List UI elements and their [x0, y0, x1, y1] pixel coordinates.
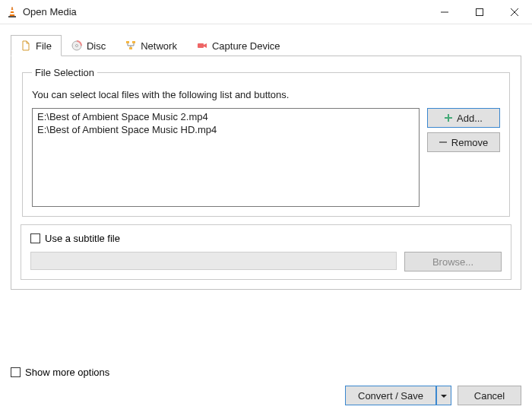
file-selection-hint: You can select local files with the foll… [32, 89, 500, 100]
svg-marker-14 [204, 43, 207, 48]
convert-save-label: Convert / Save [358, 390, 423, 402]
list-item[interactable]: E:\Best of Ambient Space Music HD.mp4 [36, 123, 416, 136]
disc-icon [71, 40, 82, 51]
svg-rect-12 [129, 47, 132, 49]
maximize-button[interactable] [462, 0, 497, 24]
remove-button-label: Remove [451, 137, 488, 148]
svg-rect-2 [10, 13, 14, 14]
tab-network-label: Network [141, 40, 177, 52]
subtitle-path-input [30, 252, 397, 270]
cancel-label: Cancel [474, 390, 505, 402]
file-list[interactable]: E:\Best of Ambient Space Music 2.mp4 E:\… [32, 108, 420, 207]
network-icon [125, 40, 136, 51]
convert-save-dropdown[interactable] [436, 386, 451, 405]
minus-icon [439, 137, 447, 148]
vlc-icon [6, 6, 18, 18]
chevron-down-icon [441, 390, 447, 402]
titlebar: Open Media [0, 0, 532, 24]
add-button[interactable]: Add... [427, 108, 500, 128]
tab-disc-label: Disc [87, 40, 106, 52]
svg-rect-10 [126, 41, 129, 43]
svg-marker-18 [441, 395, 447, 398]
file-panel: File Selection You can select local file… [11, 56, 521, 290]
convert-save-button[interactable]: Convert / Save [345, 386, 436, 405]
tab-network[interactable]: Network [116, 35, 187, 56]
tab-file[interactable]: File [11, 35, 62, 56]
capture-icon [197, 40, 207, 51]
plus-icon [445, 113, 452, 124]
more-options-label: Show more options [25, 367, 109, 378]
subtitle-checkbox-label: Use a subtitle file [45, 233, 120, 244]
svg-rect-3 [8, 16, 16, 17]
svg-point-9 [75, 45, 78, 47]
subtitle-checkbox[interactable] [30, 233, 40, 243]
minimize-button[interactable] [427, 0, 462, 24]
tab-file-label: File [36, 40, 52, 52]
file-selection-fieldset: File Selection You can select local file… [22, 67, 510, 217]
svg-rect-1 [11, 10, 14, 11]
file-icon [21, 40, 31, 51]
convert-save-split: Convert / Save [345, 386, 451, 405]
window-title: Open Media [23, 6, 77, 17]
tabs: File Disc Network Capture Device [11, 35, 521, 56]
browse-button-label: Browse... [432, 256, 473, 268]
subtitle-section: Use a subtitle file Browse... [21, 224, 511, 280]
file-selection-legend: File Selection [32, 67, 97, 78]
more-options-checkbox[interactable] [11, 367, 21, 377]
svg-rect-11 [132, 41, 135, 43]
svg-rect-13 [198, 43, 204, 48]
close-button[interactable] [497, 0, 532, 24]
tab-capture[interactable]: Capture Device [187, 35, 290, 56]
cancel-button[interactable]: Cancel [458, 386, 521, 405]
add-button-label: Add... [457, 113, 483, 124]
remove-button[interactable]: Remove [427, 132, 500, 152]
list-item[interactable]: E:\Best of Ambient Space Music 2.mp4 [36, 110, 416, 123]
browse-button: Browse... [404, 252, 502, 272]
svg-rect-5 [477, 8, 483, 15]
tab-disc[interactable]: Disc [62, 35, 116, 56]
tab-capture-label: Capture Device [212, 40, 280, 52]
